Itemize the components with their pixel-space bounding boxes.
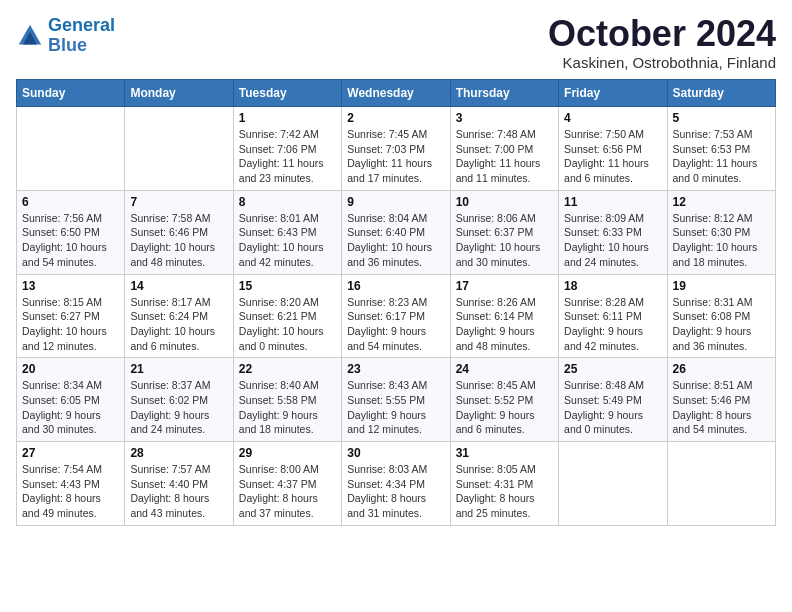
day-info: Sunrise: 8:28 AM Sunset: 6:11 PM Dayligh… [564,295,661,354]
location: Kaskinen, Ostrobothnia, Finland [548,54,776,71]
day-number: 18 [564,279,661,293]
calendar-cell: 22Sunrise: 8:40 AM Sunset: 5:58 PM Dayli… [233,358,341,442]
day-info: Sunrise: 8:12 AM Sunset: 6:30 PM Dayligh… [673,211,770,270]
calendar-cell: 9Sunrise: 8:04 AM Sunset: 6:40 PM Daylig… [342,190,450,274]
day-number: 12 [673,195,770,209]
calendar-cell: 15Sunrise: 8:20 AM Sunset: 6:21 PM Dayli… [233,274,341,358]
day-number: 30 [347,446,444,460]
calendar-cell: 29Sunrise: 8:00 AM Sunset: 4:37 PM Dayli… [233,442,341,526]
day-number: 7 [130,195,227,209]
day-number: 20 [22,362,119,376]
calendar-cell: 23Sunrise: 8:43 AM Sunset: 5:55 PM Dayli… [342,358,450,442]
weekday-header-row: SundayMondayTuesdayWednesdayThursdayFrid… [17,80,776,107]
day-number: 21 [130,362,227,376]
calendar-cell: 2Sunrise: 7:45 AM Sunset: 7:03 PM Daylig… [342,107,450,191]
calendar-cell: 28Sunrise: 7:57 AM Sunset: 4:40 PM Dayli… [125,442,233,526]
day-info: Sunrise: 7:53 AM Sunset: 6:53 PM Dayligh… [673,127,770,186]
calendar-cell [125,107,233,191]
calendar-cell: 24Sunrise: 8:45 AM Sunset: 5:52 PM Dayli… [450,358,558,442]
calendar-cell: 8Sunrise: 8:01 AM Sunset: 6:43 PM Daylig… [233,190,341,274]
weekday-header-wednesday: Wednesday [342,80,450,107]
day-number: 5 [673,111,770,125]
calendar-cell: 18Sunrise: 8:28 AM Sunset: 6:11 PM Dayli… [559,274,667,358]
day-number: 10 [456,195,553,209]
day-number: 28 [130,446,227,460]
day-number: 13 [22,279,119,293]
day-info: Sunrise: 8:37 AM Sunset: 6:02 PM Dayligh… [130,378,227,437]
calendar-cell: 1Sunrise: 7:42 AM Sunset: 7:06 PM Daylig… [233,107,341,191]
day-info: Sunrise: 8:45 AM Sunset: 5:52 PM Dayligh… [456,378,553,437]
calendar-cell: 27Sunrise: 7:54 AM Sunset: 4:43 PM Dayli… [17,442,125,526]
day-info: Sunrise: 8:23 AM Sunset: 6:17 PM Dayligh… [347,295,444,354]
calendar-cell: 16Sunrise: 8:23 AM Sunset: 6:17 PM Dayli… [342,274,450,358]
day-info: Sunrise: 7:57 AM Sunset: 4:40 PM Dayligh… [130,462,227,521]
day-number: 16 [347,279,444,293]
weekday-header-saturday: Saturday [667,80,775,107]
calendar-week-2: 6Sunrise: 7:56 AM Sunset: 6:50 PM Daylig… [17,190,776,274]
day-number: 17 [456,279,553,293]
day-info: Sunrise: 8:48 AM Sunset: 5:49 PM Dayligh… [564,378,661,437]
day-number: 22 [239,362,336,376]
day-number: 14 [130,279,227,293]
day-number: 29 [239,446,336,460]
day-number: 19 [673,279,770,293]
calendar-cell [17,107,125,191]
weekday-header-thursday: Thursday [450,80,558,107]
day-number: 25 [564,362,661,376]
calendar-cell: 3Sunrise: 7:48 AM Sunset: 7:00 PM Daylig… [450,107,558,191]
day-info: Sunrise: 8:51 AM Sunset: 5:46 PM Dayligh… [673,378,770,437]
day-number: 4 [564,111,661,125]
weekday-header-monday: Monday [125,80,233,107]
day-info: Sunrise: 7:54 AM Sunset: 4:43 PM Dayligh… [22,462,119,521]
day-info: Sunrise: 7:50 AM Sunset: 6:56 PM Dayligh… [564,127,661,186]
day-info: Sunrise: 7:45 AM Sunset: 7:03 PM Dayligh… [347,127,444,186]
month-title: October 2024 [548,16,776,52]
calendar-cell: 20Sunrise: 8:34 AM Sunset: 6:05 PM Dayli… [17,358,125,442]
day-info: Sunrise: 8:04 AM Sunset: 6:40 PM Dayligh… [347,211,444,270]
day-info: Sunrise: 8:43 AM Sunset: 5:55 PM Dayligh… [347,378,444,437]
day-info: Sunrise: 8:05 AM Sunset: 4:31 PM Dayligh… [456,462,553,521]
calendar-cell: 14Sunrise: 8:17 AM Sunset: 6:24 PM Dayli… [125,274,233,358]
calendar-cell: 26Sunrise: 8:51 AM Sunset: 5:46 PM Dayli… [667,358,775,442]
day-info: Sunrise: 8:17 AM Sunset: 6:24 PM Dayligh… [130,295,227,354]
day-info: Sunrise: 8:01 AM Sunset: 6:43 PM Dayligh… [239,211,336,270]
calendar-cell: 17Sunrise: 8:26 AM Sunset: 6:14 PM Dayli… [450,274,558,358]
day-number: 15 [239,279,336,293]
weekday-header-sunday: Sunday [17,80,125,107]
calendar-cell: 6Sunrise: 7:56 AM Sunset: 6:50 PM Daylig… [17,190,125,274]
day-info: Sunrise: 8:00 AM Sunset: 4:37 PM Dayligh… [239,462,336,521]
day-number: 11 [564,195,661,209]
logo: General Blue [16,16,115,56]
day-number: 23 [347,362,444,376]
day-info: Sunrise: 8:26 AM Sunset: 6:14 PM Dayligh… [456,295,553,354]
day-info: Sunrise: 8:09 AM Sunset: 6:33 PM Dayligh… [564,211,661,270]
calendar-cell: 7Sunrise: 7:58 AM Sunset: 6:46 PM Daylig… [125,190,233,274]
calendar-cell: 13Sunrise: 8:15 AM Sunset: 6:27 PM Dayli… [17,274,125,358]
day-info: Sunrise: 8:20 AM Sunset: 6:21 PM Dayligh… [239,295,336,354]
calendar-cell: 25Sunrise: 8:48 AM Sunset: 5:49 PM Dayli… [559,358,667,442]
day-info: Sunrise: 8:31 AM Sunset: 6:08 PM Dayligh… [673,295,770,354]
day-info: Sunrise: 8:15 AM Sunset: 6:27 PM Dayligh… [22,295,119,354]
calendar-week-5: 27Sunrise: 7:54 AM Sunset: 4:43 PM Dayli… [17,442,776,526]
logo-text: General Blue [48,16,115,56]
calendar-week-3: 13Sunrise: 8:15 AM Sunset: 6:27 PM Dayli… [17,274,776,358]
calendar-cell: 31Sunrise: 8:05 AM Sunset: 4:31 PM Dayli… [450,442,558,526]
calendar-cell: 10Sunrise: 8:06 AM Sunset: 6:37 PM Dayli… [450,190,558,274]
calendar-cell: 21Sunrise: 8:37 AM Sunset: 6:02 PM Dayli… [125,358,233,442]
weekday-header-tuesday: Tuesday [233,80,341,107]
calendar-cell: 19Sunrise: 8:31 AM Sunset: 6:08 PM Dayli… [667,274,775,358]
weekday-header-friday: Friday [559,80,667,107]
day-info: Sunrise: 8:06 AM Sunset: 6:37 PM Dayligh… [456,211,553,270]
logo-icon [16,22,44,50]
day-number: 3 [456,111,553,125]
calendar-week-4: 20Sunrise: 8:34 AM Sunset: 6:05 PM Dayli… [17,358,776,442]
calendar-cell [667,442,775,526]
day-info: Sunrise: 7:58 AM Sunset: 6:46 PM Dayligh… [130,211,227,270]
day-number: 31 [456,446,553,460]
calendar-cell: 4Sunrise: 7:50 AM Sunset: 6:56 PM Daylig… [559,107,667,191]
day-info: Sunrise: 8:34 AM Sunset: 6:05 PM Dayligh… [22,378,119,437]
calendar-cell: 30Sunrise: 8:03 AM Sunset: 4:34 PM Dayli… [342,442,450,526]
day-number: 27 [22,446,119,460]
day-number: 6 [22,195,119,209]
day-number: 2 [347,111,444,125]
